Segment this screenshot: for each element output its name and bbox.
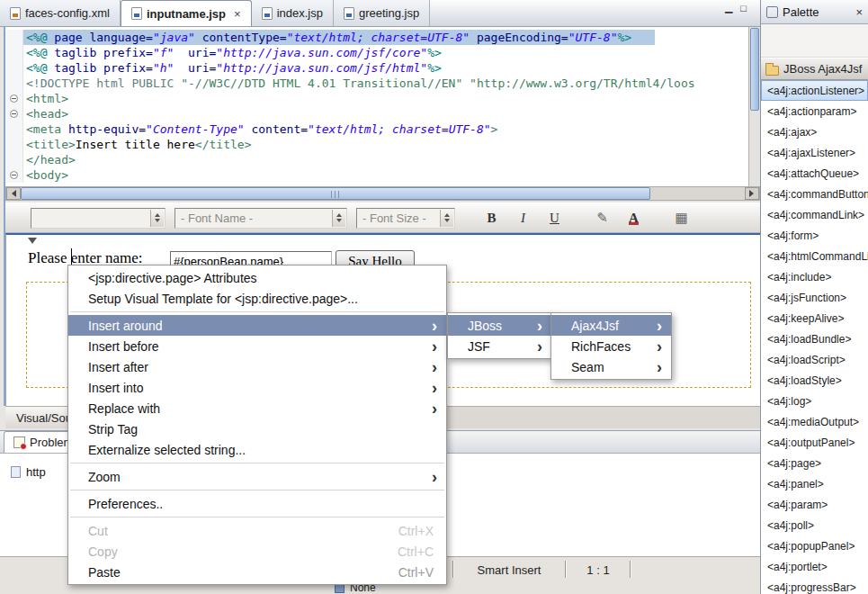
menu-item-strip-tag[interactable]: Strip Tag — [68, 418, 446, 439]
palette-item-a4jprogressbar[interactable]: <a4j:progressBar> — [761, 577, 868, 594]
tab-index-jsp[interactable]: index.jsp — [252, 0, 334, 26]
menu-item-replace-with[interactable]: Replace with› — [68, 398, 446, 418]
palette-item-a4jloadbundle[interactable]: <a4j:loadBundle> — [761, 328, 868, 349]
combo-spinner-icon[interactable] — [150, 210, 164, 227]
problem-item-icon — [11, 466, 21, 478]
source-line-text[interactable]: <%@ page language="java" contentType="te… — [23, 30, 655, 45]
palette-item-a4joutputpanel[interactable]: <a4j:outputPanel> — [761, 432, 868, 453]
underline-button[interactable]: U — [543, 207, 566, 229]
submenu-arrow-icon: › — [432, 338, 437, 356]
palette-item-a4jcommandbutton[interactable]: <a4j:commandButton> — [761, 184, 868, 204]
menu-separator — [68, 514, 446, 520]
source-code-area[interactable]: <%@ page language="java" contentType="te… — [5, 27, 748, 186]
palette-item-a4jpage[interactable]: <a4j:page> — [761, 453, 868, 473]
menu-item-insert-around[interactable]: Insert around› — [68, 315, 446, 336]
palette-item-a4jcommandlink[interactable]: <a4j:commandLink> — [761, 204, 868, 225]
scroll-left-button[interactable] — [6, 187, 21, 200]
highlighter-icon[interactable]: ✎ — [591, 207, 613, 229]
palette-item-a4jparam[interactable]: <a4j:param> — [761, 494, 868, 515]
submenu-arrow-icon: › — [432, 317, 437, 335]
palette-item-a4jportlet[interactable]: <a4j:portlet> — [761, 556, 868, 577]
fold-collapse-icon[interactable] — [10, 94, 18, 103]
close-icon[interactable]: × — [855, 5, 863, 19]
palette-drawer-jboss-ajax4jsf[interactable]: JBoss Ajax4Jsf — [761, 58, 868, 80]
menu-item-insert-into[interactable]: Insert into› — [68, 377, 446, 398]
fold-margin — [5, 60, 23, 76]
source-line-text[interactable]: </head> — [23, 152, 76, 167]
tab-greeting-jsp[interactable]: greeting.jsp — [334, 0, 430, 26]
palette-item-a4jloadscript[interactable]: <a4j:loadScript> — [761, 349, 868, 370]
palette-item-a4jform[interactable]: <a4j:form> — [761, 225, 868, 246]
minimize-icon[interactable]: ▁ — [725, 2, 732, 14]
source-line: <head> — [5, 106, 748, 122]
xml-file-icon — [10, 7, 21, 20]
tab-inputname-jsp[interactable]: inputname.jsp × — [121, 0, 252, 26]
fold-collapse-icon[interactable] — [10, 171, 18, 179]
menu-item-externalize-selected-string[interactable]: Externalize selected string... — [68, 439, 446, 460]
source-line-text[interactable]: <head> — [23, 106, 68, 122]
menu-item-insert-after[interactable]: Insert after› — [68, 356, 446, 377]
combo-spinner-icon[interactable] — [332, 210, 345, 227]
submenu-jboss: Ajax4Jsf›RichFaces›Seam› — [550, 312, 672, 380]
palette-item-a4jkeepalive[interactable]: <a4j:keepAlive> — [761, 308, 868, 328]
source-line-text[interactable]: <title>Insert title here</title> — [23, 137, 251, 152]
source-line-text[interactable]: <html> — [23, 91, 68, 106]
palette-item-a4jactionlistener[interactable]: <a4j:actionListener> — [761, 80, 868, 101]
palette-item-a4jajax[interactable]: <a4j:ajax> — [761, 122, 868, 142]
source-line-text[interactable]: <%@ taglib prefix="h" uri="http://java.s… — [23, 60, 442, 76]
menu-item-seam[interactable]: Seam› — [551, 356, 671, 377]
menu-item-paste[interactable]: PasteCtrl+V — [68, 562, 446, 582]
palette-item-a4jpoll[interactable]: <a4j:poll> — [761, 515, 868, 536]
tab-close-icon[interactable]: × — [234, 7, 241, 21]
palette-item-a4jlog[interactable]: <a4j:log> — [761, 391, 868, 411]
vertical-scrollbar[interactable] — [748, 27, 760, 186]
source-editor[interactable]: <%@ page language="java" contentType="te… — [5, 27, 760, 186]
palette-item-a4jmediaoutput[interactable]: <a4j:mediaOutput> — [761, 411, 868, 432]
palette-item-a4jinclude[interactable]: <a4j:include> — [761, 266, 868, 287]
block-format-combo[interactable] — [31, 208, 166, 229]
submenu-arrow-icon: › — [432, 468, 437, 486]
palette-item-a4jattachqueue[interactable]: <a4j:attachQueue> — [761, 163, 868, 184]
menu-item-cut[interactable]: CutCtrl+X — [68, 520, 446, 541]
palette-item-a4jactionparam[interactable]: <a4j:actionparam> — [761, 101, 868, 122]
menu-item-insert-before[interactable]: Insert before› — [68, 336, 446, 356]
palette-item-a4jjsfunction[interactable]: <a4j:jsFunction> — [761, 287, 868, 308]
horizontal-scrollbar[interactable] — [5, 186, 760, 201]
palette-item-a4jhtmlcommandlink[interactable]: <a4j:htmlCommandLink> — [761, 246, 868, 266]
menu-item-richfaces[interactable]: RichFaces› — [551, 336, 671, 356]
horizontal-scrollbar-thumb[interactable] — [21, 187, 650, 200]
menu-item-jsf[interactable]: JSF› — [448, 336, 551, 356]
table-icon[interactable]: ▦ — [670, 207, 693, 229]
font-name-combo[interactable]: - Font Name - — [174, 208, 347, 229]
fold-collapse-icon[interactable] — [10, 110, 18, 118]
source-line-text[interactable]: <meta http-equiv="Content-Type" content=… — [23, 122, 497, 137]
menu-item-jsp-directive-page-attributes[interactable]: <jsp:directive.page> Attributes — [68, 267, 446, 288]
source-line-text[interactable]: <!DOCTYPE html PUBLIC "-//W3C//DTD HTML … — [23, 76, 695, 91]
font-name-value: - Font Name - — [181, 212, 253, 225]
vertical-scrollbar-thumb[interactable] — [750, 28, 759, 111]
problem-list-item[interactable]: http — [11, 465, 46, 479]
scroll-right-button[interactable] — [745, 187, 759, 200]
tab-label: faces-config.xml — [25, 6, 110, 20]
source-line-text[interactable]: <%@ taglib prefix="f" uri="http://java.s… — [23, 45, 442, 60]
menu-item-zoom[interactable]: Zoom› — [68, 466, 446, 487]
menu-shortcut: Ctrl+V — [398, 565, 437, 580]
menu-item-jboss[interactable]: JBoss› — [448, 315, 551, 336]
font-color-button[interactable]: A — [622, 207, 645, 229]
menu-item-copy[interactable]: CopyCtrl+C — [68, 541, 446, 562]
font-size-combo[interactable]: - Font Size - — [356, 208, 455, 229]
palette-item-a4jajaxlistener[interactable]: <a4j:ajaxListener> — [761, 142, 868, 163]
maximize-icon[interactable]: □ — [740, 3, 747, 14]
palette-item-a4jloadstyle[interactable]: <a4j:loadStyle> — [761, 370, 868, 391]
menu-item-preferences[interactable]: Preferences.. — [68, 493, 446, 514]
tab-faces-config-xml[interactable]: faces-config.xml — [0, 0, 121, 26]
editor-tab-bar: faces-config.xml inputname.jsp × index.j… — [0, 0, 760, 27]
bold-button[interactable]: B — [480, 207, 503, 229]
combo-spinner-icon[interactable] — [440, 210, 453, 227]
menu-item-setup-visual-template-for-jsp-directive-page[interactable]: Setup Visual Template for <jsp:directive… — [68, 288, 446, 309]
italic-button[interactable]: I — [512, 207, 534, 229]
menu-item-ajax4jsf[interactable]: Ajax4Jsf› — [551, 315, 671, 336]
source-line-text[interactable]: <body> — [23, 167, 68, 183]
palette-item-a4jpanel[interactable]: <a4j:panel> — [761, 473, 868, 494]
palette-item-a4jpopuppanel[interactable]: <a4j:popupPanel> — [761, 536, 868, 556]
